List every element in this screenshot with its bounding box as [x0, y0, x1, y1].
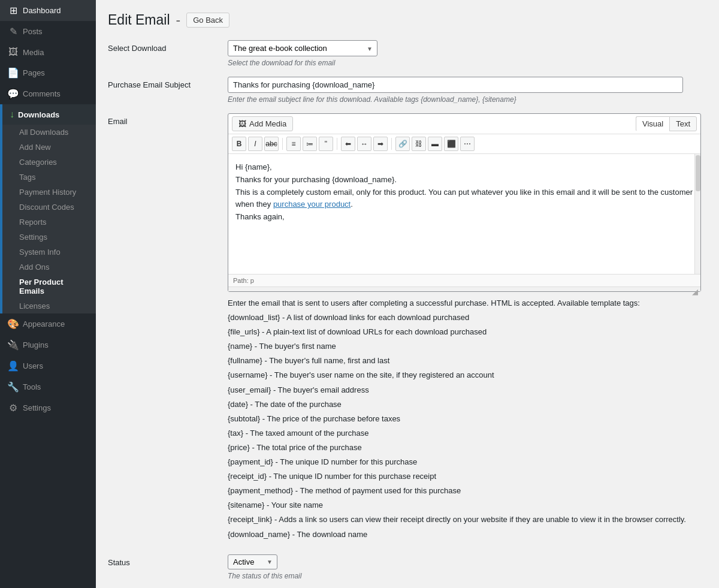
tab-visual[interactable]: Visual	[636, 116, 669, 131]
fmt-sep-2	[337, 138, 337, 150]
comments-icon: 💬	[7, 88, 19, 99]
sidebar-item-categories[interactable]: Categories	[2, 155, 96, 170]
sidebar-item-media[interactable]: 🖼 Media	[0, 42, 96, 62]
sidebar-item-settings[interactable]: Settings	[2, 230, 96, 245]
status-label: Status	[108, 554, 228, 567]
sidebar-settings-label: Settings	[23, 403, 51, 412]
sidebar-item-add-new[interactable]: Add New	[2, 140, 96, 155]
email-line3: This is a completely custom email, only …	[235, 186, 693, 212]
template-info: Enter the email that is sent to users af…	[228, 297, 701, 541]
sidebar-item-users[interactable]: 👤 Users	[0, 355, 96, 376]
toggle-toolbar-button[interactable]: ⋯	[460, 137, 475, 151]
editor-scrollbar[interactable]	[694, 154, 700, 274]
editor-path: Path: p	[228, 274, 700, 287]
blockquote-button[interactable]: "	[319, 137, 333, 151]
template-tag-item: {payment_id} - The unique ID number for …	[228, 456, 701, 469]
sidebar-pages-label: Pages	[23, 68, 45, 77]
sidebar-item-per-product-emails[interactable]: Per Product Emails	[2, 275, 96, 298]
sidebar-dashboard-label: Dashboard	[23, 6, 61, 15]
sidebar-item-posts[interactable]: ✎ Posts	[0, 21, 96, 42]
select-download-description: Select the download for this email	[228, 59, 707, 67]
plugins-icon: 🔌	[7, 339, 19, 351]
downloads-icon: ↓	[10, 109, 14, 120]
status-select[interactable]: Active Inactive	[228, 554, 277, 569]
align-left-button[interactable]: ⬅	[341, 137, 355, 151]
purchase-email-subject-label: Purchase Email Subject	[108, 77, 228, 89]
select-download-input[interactable]: The great e-book collection	[228, 40, 377, 56]
editor-formatting-bar: B I abc ≡ ≔ " ⬅ ↔ ➡ 🔗 ⛓ ▬ ⬛ ⋯	[228, 134, 700, 154]
unlink-button[interactable]: ⛓	[412, 137, 426, 151]
sidebar-item-system-info[interactable]: System Info	[2, 245, 96, 260]
sidebar-item-pages[interactable]: 📄 Pages	[0, 62, 96, 83]
insert-more-button[interactable]: ▬	[428, 137, 442, 151]
email-line2: Thanks for your purchasing {download_nam…	[235, 174, 693, 186]
purchase-email-subject-row: Purchase Email Subject Enter the email s…	[108, 77, 707, 104]
template-tag-item: {download_name} - The download name	[228, 528, 701, 541]
template-tag-item: {date} - The date of the purchase	[228, 398, 701, 411]
posts-icon: ✎	[7, 26, 19, 37]
purchase-email-subject-field: Enter the email subject line for this do…	[228, 77, 707, 104]
ordered-list-button[interactable]: ≔	[303, 137, 317, 151]
template-info-header: Enter the email that is sent to users af…	[228, 297, 701, 310]
sidebar-item-licenses[interactable]: Licenses	[2, 298, 96, 313]
sidebar-item-tools[interactable]: 🔧 Tools	[0, 376, 96, 397]
sidebar-item-tags[interactable]: Tags	[2, 170, 96, 185]
strikethrough-button[interactable]: abc	[264, 137, 279, 151]
add-media-button[interactable]: 🖼 Add Media	[232, 116, 293, 131]
go-back-button[interactable]: Go Back	[186, 13, 229, 28]
email-line4: Thanks again,	[235, 211, 693, 224]
sidebar-item-all-downloads[interactable]: All Downloads	[2, 125, 96, 140]
unordered-list-button[interactable]: ≡	[286, 137, 301, 151]
editor-resize-handle[interactable]: ◢	[228, 287, 700, 291]
template-tag-item: {username} - The buyer's user name on th…	[228, 369, 701, 382]
sidebar-item-appearance[interactable]: 🎨 Appearance	[0, 313, 96, 334]
template-tag-item: {tax} - The taxed amount of the purchase	[228, 427, 701, 440]
sidebar-media-label: Media	[23, 48, 44, 57]
status-row: Status Active Inactive ▼ The status of t…	[108, 554, 707, 580]
title-separator: -	[176, 12, 181, 28]
sidebar-item-discount-codes[interactable]: Discount Codes	[2, 200, 96, 215]
template-tag-item: {price} - The total price of the purchas…	[228, 441, 701, 454]
sidebar-item-add-ons[interactable]: Add Ons	[2, 260, 96, 275]
editor-top-bar: 🖼 Add Media Visual Text	[228, 114, 700, 134]
editor-content[interactable]: Hi {name}, Thanks for your purchasing {d…	[228, 154, 700, 274]
sidebar-item-dashboard[interactable]: ⊞ Dashboard	[0, 0, 96, 21]
align-center-button[interactable]: ↔	[357, 137, 371, 151]
downloads-submenu: All Downloads Add New Categories Tags Pa…	[2, 125, 96, 313]
bold-button[interactable]: B	[232, 137, 246, 151]
purchase-email-subject-input[interactable]	[228, 77, 683, 93]
template-tag-item: {sitename} - Your site name	[228, 499, 701, 512]
insert-page-break-button[interactable]: ⬛	[444, 137, 458, 151]
align-right-button[interactable]: ➡	[373, 137, 388, 151]
email-line1: Hi {name},	[235, 161, 693, 174]
select-download-label: Select Download	[108, 40, 228, 53]
template-tag-item: {file_urls} - A plain-text list of downl…	[228, 325, 701, 339]
media-icon: 🖼	[7, 47, 19, 58]
sidebar-plugins-label: Plugins	[23, 340, 49, 349]
status-select-wrapper: Active Inactive ▼	[228, 554, 277, 569]
italic-button[interactable]: I	[248, 137, 262, 151]
sidebar-item-payment-history[interactable]: Payment History	[2, 185, 96, 200]
sidebar-item-plugins[interactable]: 🔌 Plugins	[0, 334, 96, 355]
tab-text[interactable]: Text	[669, 116, 697, 131]
template-tag-item: {fullname} - The buyer's full name, firs…	[228, 354, 701, 367]
pages-icon: 📄	[7, 67, 19, 79]
email-editor-wrapper: 🖼 Add Media Visual Text B I abc ≡ ≔	[228, 113, 701, 292]
template-tag-item: {receipt_id} - The unique ID number for …	[228, 470, 701, 483]
settings-icon: ⚙	[7, 402, 19, 414]
purchase-email-subject-description: Enter the email subject line for this do…	[228, 95, 707, 104]
sidebar-item-comments[interactable]: 💬 Comments	[0, 83, 96, 104]
sidebar-item-downloads[interactable]: ↓ Downloads	[2, 104, 96, 125]
select-download-row: Select Download The great e-book collect…	[108, 40, 707, 67]
status-description: The status of this email	[228, 572, 707, 580]
sidebar-tools-label: Tools	[23, 382, 41, 391]
purchase-link[interactable]: purchase your product	[273, 200, 351, 209]
template-tag-item: {payment_method} - The method of payment…	[228, 484, 701, 497]
sidebar-item-settings[interactable]: ⚙ Settings	[0, 397, 96, 418]
fmt-sep-3	[391, 138, 392, 150]
template-tag-item: {download_list} - A list of download lin…	[228, 311, 701, 324]
sidebar-item-reports[interactable]: Reports	[2, 215, 96, 230]
sidebar-posts-label: Posts	[23, 27, 43, 36]
link-button[interactable]: 🔗	[395, 137, 410, 151]
sidebar-comments-label: Comments	[23, 89, 61, 98]
